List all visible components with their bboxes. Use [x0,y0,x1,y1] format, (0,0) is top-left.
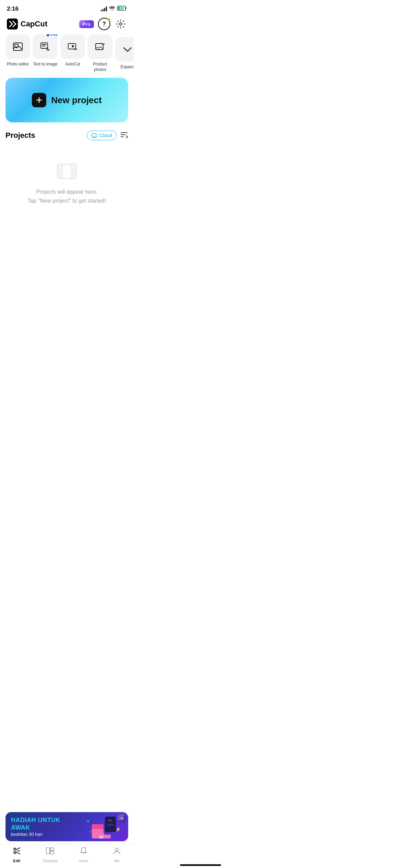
cloud-button[interactable]: Cloud [87,131,117,140]
wifi-icon [109,6,115,12]
new-project-label: New project [51,95,101,106]
svg-marker-11 [72,45,75,48]
projects-header: Projects Cloud [5,131,128,140]
tool-text-to-image-label: Text to image [33,62,57,67]
new-project-plus-icon [32,93,46,107]
pro-badge[interactable]: Pro [79,20,94,28]
photo-editor-icon [12,41,23,52]
text-to-image-icon: AI [40,41,51,52]
cloud-label: Cloud [99,133,112,138]
svg-point-5 [120,23,122,25]
tool-product-photos[interactable]: AI Product photos [88,34,112,72]
tool-photo-editor-label: Photo editor [7,62,29,67]
tool-expand[interactable]: Expand [115,34,134,72]
status-icons: ⚡ [101,6,127,12]
logo: CapCut [7,19,47,29]
chevron-down-icon [122,44,133,55]
tool-expand-label: Expand [121,64,134,70]
svg-text:AI: AI [74,48,77,51]
svg-text:AI: AI [102,43,105,46]
autocut-icon: AI [67,41,78,52]
free-badge: Free [45,34,60,37]
settings-button[interactable] [114,18,127,30]
capcut-logo-icon [7,19,18,29]
sort-button[interactable] [120,131,128,140]
empty-state: Projects will appear here. Tap "New proj… [5,146,128,219]
film-icon [55,159,79,183]
new-project-section: New project [0,72,134,125]
tool-autocut[interactable]: AI AutoCut [60,34,85,72]
battery-icon: ⚡ [117,6,127,12]
projects-title: Projects [5,131,35,140]
notification-dot [108,18,110,21]
signal-icon [101,7,107,11]
app-name: CapCut [21,20,47,28]
cloud-icon [91,133,97,138]
new-project-button[interactable]: New project [5,78,128,122]
status-bar: 2:16 ⚡ [0,0,134,15]
projects-actions: Cloud [87,131,128,140]
product-photos-icon: AI [95,41,106,52]
projects-section: Projects Cloud [0,125,134,221]
svg-text:⚡: ⚡ [119,7,123,11]
sort-icon [120,131,128,138]
tool-photo-editor[interactable]: Photo editor [5,34,30,72]
empty-state-text: Projects will appear here. Tap "New proj… [28,188,106,205]
help-button[interactable]: ? [98,18,110,30]
svg-text:AI: AI [46,48,49,51]
status-time: 2:16 [7,5,19,12]
gear-icon [116,20,125,28]
header-actions: Pro ? [79,18,127,30]
tool-autocut-label: AutoCut [65,62,80,67]
tool-text-to-image[interactable]: Free AI Text to image [33,34,58,72]
quick-tools-row: Photo editor Free AI Text to image AI [0,34,134,72]
app-header: CapCut Pro ? [0,15,134,34]
tool-product-photos-label: Product photos [88,62,112,72]
